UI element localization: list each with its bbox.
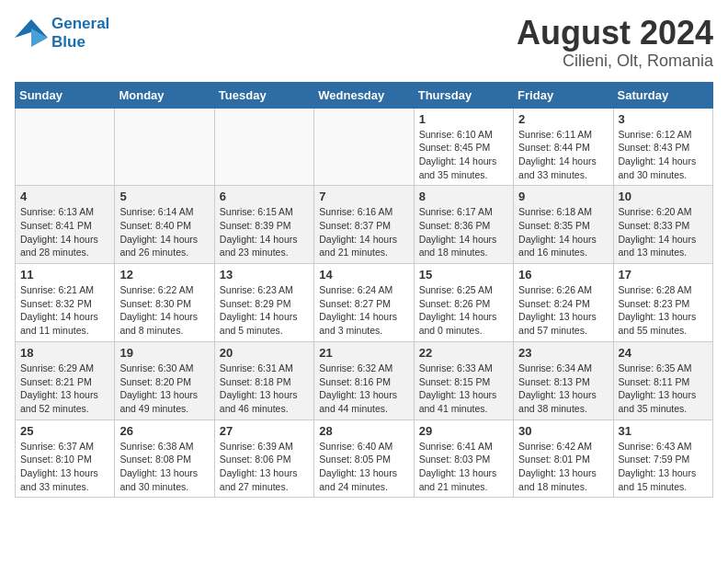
calendar-cell: 27Sunrise: 6:39 AMSunset: 8:06 PMDayligh… [214,419,313,498]
day-number: 5 [119,190,209,203]
calendar-cell: 18Sunrise: 6:29 AMSunset: 8:21 PMDayligh… [16,341,115,419]
calendar-cell: 25Sunrise: 6:37 AMSunset: 8:10 PMDayligh… [16,419,115,498]
day-number: 7 [319,190,408,203]
day-info: Sunrise: 6:28 AMSunset: 8:23 PMDaylight:… [619,283,708,338]
calendar-cell: 8Sunrise: 6:17 AMSunset: 8:36 PMDaylight… [414,186,513,264]
day-info: Sunrise: 6:17 AMSunset: 8:36 PMDaylight:… [419,205,508,259]
day-number: 22 [419,346,508,360]
calendar-cell: 11Sunrise: 6:21 AMSunset: 8:32 PMDayligh… [16,264,115,342]
weekday-header-saturday: Saturday [613,82,712,108]
day-number: 20 [220,346,309,360]
day-info: Sunrise: 6:33 AMSunset: 8:15 PMDaylight:… [419,362,508,416]
weekday-header-row: SundayMondayTuesdayWednesdayThursdayFrid… [16,82,713,108]
calendar-cell: 28Sunrise: 6:40 AMSunset: 8:05 PMDayligh… [314,419,414,498]
day-info: Sunrise: 6:22 AMSunset: 8:30 PMDaylight:… [119,283,209,338]
day-info: Sunrise: 6:10 AMSunset: 8:45 PMDaylight:… [419,128,508,182]
calendar-cell: 13Sunrise: 6:23 AMSunset: 8:29 PMDayligh… [214,264,313,342]
calendar-cell: 7Sunrise: 6:16 AMSunset: 8:37 PMDaylight… [314,186,414,264]
day-number: 18 [20,346,109,360]
page-header: General Blue August 2024 Cilieni, Olt, R… [15,15,713,71]
calendar-cell: 5Sunrise: 6:14 AMSunset: 8:40 PMDaylight… [115,186,214,264]
day-number: 28 [319,424,408,438]
calendar-cell [16,108,115,186]
day-info: Sunrise: 6:39 AMSunset: 8:06 PMDaylight:… [220,440,309,494]
day-number: 17 [619,268,708,282]
day-info: Sunrise: 6:21 AMSunset: 8:32 PMDaylight:… [20,283,109,338]
day-info: Sunrise: 6:35 AMSunset: 8:11 PMDaylight:… [619,362,708,416]
week-row-1: 1Sunrise: 6:10 AMSunset: 8:45 PMDaylight… [16,108,713,186]
calendar-cell: 17Sunrise: 6:28 AMSunset: 8:23 PMDayligh… [613,264,712,342]
day-number: 24 [619,346,708,360]
day-number: 4 [20,190,109,203]
day-info: Sunrise: 6:40 AMSunset: 8:05 PMDaylight:… [319,440,408,494]
day-info: Sunrise: 6:12 AMSunset: 8:43 PMDaylight:… [619,128,708,182]
calendar-cell: 26Sunrise: 6:38 AMSunset: 8:08 PMDayligh… [115,419,214,498]
calendar-cell: 23Sunrise: 6:34 AMSunset: 8:13 PMDayligh… [514,341,613,419]
day-number: 10 [619,190,708,203]
day-number: 3 [619,112,708,126]
day-info: Sunrise: 6:26 AMSunset: 8:24 PMDaylight:… [518,283,608,338]
calendar-cell [115,108,214,186]
calendar-cell: 16Sunrise: 6:26 AMSunset: 8:24 PMDayligh… [514,264,613,342]
day-number: 14 [319,268,408,282]
day-info: Sunrise: 6:13 AMSunset: 8:41 PMDaylight:… [20,205,109,259]
day-info: Sunrise: 6:32 AMSunset: 8:16 PMDaylight:… [319,362,408,416]
day-number: 21 [319,346,408,360]
day-info: Sunrise: 6:29 AMSunset: 8:21 PMDaylight:… [20,362,109,416]
day-number: 12 [119,268,209,282]
calendar-cell: 6Sunrise: 6:15 AMSunset: 8:39 PMDaylight… [214,186,313,264]
day-number: 25 [20,424,109,438]
day-number: 6 [220,190,309,203]
day-info: Sunrise: 6:16 AMSunset: 8:37 PMDaylight:… [319,205,408,259]
day-number: 1 [419,112,508,126]
day-number: 2 [518,112,608,126]
weekday-header-friday: Friday [514,82,613,108]
day-info: Sunrise: 6:24 AMSunset: 8:27 PMDaylight:… [319,283,408,338]
day-number: 9 [518,190,608,203]
month-title: August 2024 [517,15,713,52]
day-info: Sunrise: 6:41 AMSunset: 8:03 PMDaylight:… [419,440,508,494]
day-info: Sunrise: 6:42 AMSunset: 8:01 PMDaylight:… [518,440,608,494]
day-number: 23 [518,346,608,360]
calendar-cell: 1Sunrise: 6:10 AMSunset: 8:45 PMDaylight… [414,108,513,186]
day-number: 26 [119,424,209,438]
weekday-header-sunday: Sunday [16,82,115,108]
logo-text: General Blue [51,15,109,52]
calendar-cell: 29Sunrise: 6:41 AMSunset: 8:03 PMDayligh… [414,419,513,498]
calendar-cell: 10Sunrise: 6:20 AMSunset: 8:33 PMDayligh… [613,186,712,264]
calendar-cell: 21Sunrise: 6:32 AMSunset: 8:16 PMDayligh… [314,341,414,419]
day-number: 30 [518,424,608,438]
day-info: Sunrise: 6:15 AMSunset: 8:39 PMDaylight:… [220,205,309,259]
day-info: Sunrise: 6:14 AMSunset: 8:40 PMDaylight:… [119,205,209,259]
week-row-2: 4Sunrise: 6:13 AMSunset: 8:41 PMDaylight… [16,186,713,264]
calendar-cell: 4Sunrise: 6:13 AMSunset: 8:41 PMDaylight… [16,186,115,264]
day-info: Sunrise: 6:11 AMSunset: 8:44 PMDaylight:… [518,128,608,182]
day-number: 11 [20,268,109,282]
week-row-5: 25Sunrise: 6:37 AMSunset: 8:10 PMDayligh… [16,419,713,498]
calendar-cell: 30Sunrise: 6:42 AMSunset: 8:01 PMDayligh… [514,419,613,498]
day-info: Sunrise: 6:34 AMSunset: 8:13 PMDaylight:… [518,362,608,416]
logo: General Blue [15,15,109,52]
day-number: 31 [619,424,708,438]
calendar-cell [214,108,313,186]
calendar-cell: 15Sunrise: 6:25 AMSunset: 8:26 PMDayligh… [414,264,513,342]
calendar-cell: 31Sunrise: 6:43 AMSunset: 7:59 PMDayligh… [613,419,712,498]
day-info: Sunrise: 6:31 AMSunset: 8:18 PMDaylight:… [220,362,309,416]
calendar-cell: 2Sunrise: 6:11 AMSunset: 8:44 PMDaylight… [514,108,613,186]
day-info: Sunrise: 6:37 AMSunset: 8:10 PMDaylight:… [20,440,109,494]
calendar-cell: 9Sunrise: 6:18 AMSunset: 8:35 PMDaylight… [514,186,613,264]
day-number: 13 [220,268,309,282]
calendar-cell: 3Sunrise: 6:12 AMSunset: 8:43 PMDaylight… [613,108,712,186]
logo-icon [15,19,48,47]
calendar-cell: 12Sunrise: 6:22 AMSunset: 8:30 PMDayligh… [115,264,214,342]
day-info: Sunrise: 6:43 AMSunset: 7:59 PMDaylight:… [619,440,708,494]
day-number: 8 [419,190,508,203]
location-title: Cilieni, Olt, Romania [517,52,713,71]
day-info: Sunrise: 6:20 AMSunset: 8:33 PMDaylight:… [619,205,708,259]
day-number: 19 [119,346,209,360]
day-info: Sunrise: 6:18 AMSunset: 8:35 PMDaylight:… [518,205,608,259]
calendar-cell: 19Sunrise: 6:30 AMSunset: 8:20 PMDayligh… [115,341,214,419]
day-info: Sunrise: 6:25 AMSunset: 8:26 PMDaylight:… [419,283,508,338]
weekday-header-tuesday: Tuesday [214,82,313,108]
day-number: 29 [419,424,508,438]
